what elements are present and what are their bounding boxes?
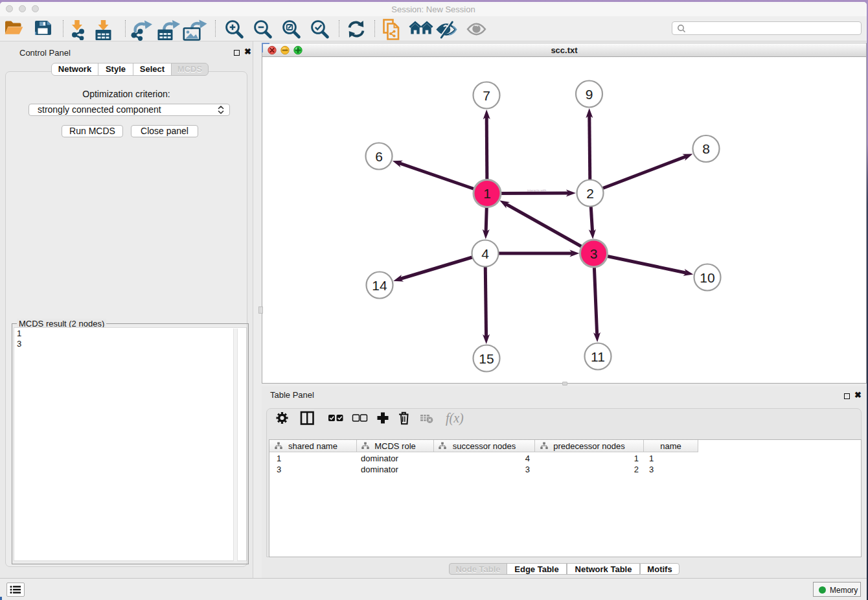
svg-text:4: 4 [481, 246, 489, 261]
svg-text:7: 7 [483, 88, 490, 103]
svg-text:1: 1 [483, 186, 491, 201]
svg-text:2: 2 [586, 186, 594, 201]
svg-text:f(x): f(x) [446, 411, 464, 426]
svg-text:interacts with: interacts with [527, 189, 546, 192]
svg-text:14: 14 [372, 278, 387, 293]
svg-text:10: 10 [700, 270, 714, 285]
svg-text:6: 6 [375, 149, 383, 164]
svg-text:15: 15 [479, 351, 494, 366]
svg-text:11: 11 [591, 349, 605, 364]
svg-text:8: 8 [702, 141, 710, 156]
svg-text:9: 9 [586, 87, 593, 102]
svg-text:3: 3 [590, 246, 598, 261]
